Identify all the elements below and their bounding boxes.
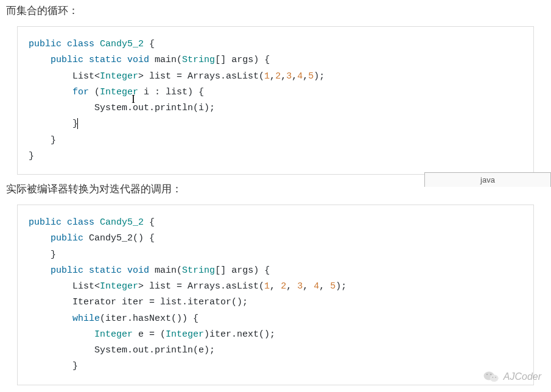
watermark: AJCoder bbox=[483, 370, 541, 383]
svg-point-1 bbox=[490, 375, 498, 382]
code-block-foreach: Ipublic class Candy5_2 { public static v… bbox=[17, 26, 534, 175]
svg-point-4 bbox=[492, 377, 493, 378]
watermark-label: AJCoder bbox=[504, 371, 541, 382]
svg-point-3 bbox=[490, 374, 491, 375]
language-tag: java bbox=[424, 172, 551, 187]
svg-point-5 bbox=[495, 377, 496, 378]
svg-point-2 bbox=[486, 374, 488, 375]
wechat-icon bbox=[483, 370, 500, 383]
heading-collection-loop: 而集合的循环： bbox=[0, 0, 551, 24]
text-caret-icon bbox=[77, 118, 78, 129]
code-block-iterator: public class Candy5_2 { public Candy5_2(… bbox=[17, 205, 534, 385]
